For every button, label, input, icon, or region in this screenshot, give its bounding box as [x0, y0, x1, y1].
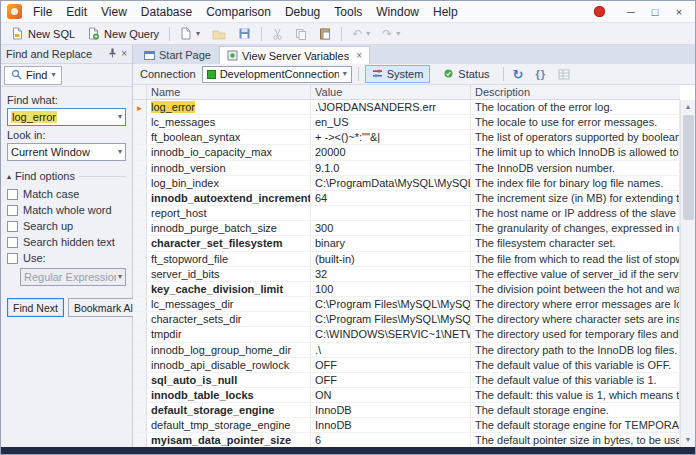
- checkbox[interactable]: [7, 221, 18, 232]
- find-option-match-whole-word[interactable]: Match whole word: [7, 202, 126, 218]
- table-row[interactable]: server_id_bits32The effective value of s…: [133, 267, 680, 282]
- refresh-button[interactable]: ↻: [510, 67, 527, 82]
- variable-value-cell[interactable]: + -><()~*:""&|: [311, 130, 471, 144]
- table-row[interactable]: innodb_api_disable_rowlockOFFThe default…: [133, 358, 680, 373]
- new-sql-button[interactable]: New SQL: [6, 25, 80, 42]
- table-row[interactable]: lc_messages_dirC:\Program Files\MySQL\My…: [133, 297, 680, 312]
- variable-value-cell[interactable]: .\JORDANSANDERS.err: [311, 100, 471, 114]
- find-option-use[interactable]: Use:: [7, 250, 126, 266]
- look-in-select[interactable]: Current Window ▾: [7, 143, 126, 161]
- new-document-dropdown-button[interactable]: ▾: [175, 25, 205, 42]
- panel-close-icon[interactable]: ×: [121, 49, 127, 59]
- find-options-header[interactable]: ▴ Find options: [7, 170, 126, 182]
- menu-help[interactable]: Help: [426, 2, 465, 22]
- tab-start-page[interactable]: Start Page: [137, 46, 218, 64]
- table-row[interactable]: default_storage_engineInnoDBThe default …: [133, 403, 680, 418]
- table-row[interactable]: default_tmp_storage_engineInnoDBThe defa…: [133, 418, 680, 433]
- menu-debug[interactable]: Debug: [278, 2, 327, 22]
- table-row[interactable]: ft_stopword_file(built-in)The file from …: [133, 252, 680, 267]
- tab-close-icon[interactable]: ×: [356, 50, 362, 61]
- tab-view-server-variables[interactable]: View Server Variables ×: [219, 46, 370, 64]
- table-row[interactable]: key_cache_division_limit100The division …: [133, 282, 680, 297]
- new-query-button[interactable]: New Query: [82, 25, 164, 42]
- find-option-search-hidden-text[interactable]: Search hidden text: [7, 234, 126, 250]
- table-row[interactable]: innodb_version9.1.0The InnoDB version nu…: [133, 161, 680, 176]
- variable-value-cell[interactable]: ON: [311, 388, 471, 402]
- table-row[interactable]: sql_auto_is_nullOFFThe default value of …: [133, 373, 680, 388]
- cut-button[interactable]: [267, 26, 288, 42]
- vertical-scrollbar[interactable]: ▲ ▼: [680, 100, 695, 447]
- table-row[interactable]: myisam_data_pointer_size6The default poi…: [133, 433, 680, 447]
- menu-view[interactable]: View: [94, 2, 134, 22]
- menu-tools[interactable]: Tools: [327, 2, 369, 22]
- maximize-button[interactable]: □: [643, 4, 667, 20]
- variable-value-cell[interactable]: 9.1.0: [311, 161, 471, 175]
- connection-select[interactable]: DevelopmentConnection ▾: [202, 66, 352, 83]
- table-row[interactable]: innodb_purge_batch_size300The granularit…: [133, 221, 680, 236]
- variable-value-cell[interactable]: en_US: [311, 115, 471, 129]
- variable-value-cell[interactable]: (built-in): [311, 252, 471, 266]
- scrollbar-thumb[interactable]: [683, 115, 694, 220]
- variable-value-cell[interactable]: [311, 206, 471, 220]
- column-header-name[interactable]: Name: [147, 85, 311, 99]
- minimize-button[interactable]: ─: [619, 4, 643, 20]
- variable-value-cell[interactable]: OFF: [311, 358, 471, 372]
- table-row[interactable]: ►log_error.\JORDANSANDERS.errThe locatio…: [133, 100, 680, 115]
- find-option-match-case[interactable]: Match case: [7, 186, 126, 202]
- chevron-down-icon[interactable]: ▾: [118, 113, 122, 121]
- checkbox[interactable]: [7, 205, 18, 216]
- close-button[interactable]: ×: [667, 4, 691, 20]
- pin-icon[interactable]: [108, 48, 117, 60]
- variable-value-cell[interactable]: C:\Program Files\MySQL\MySQL Server 9...: [311, 312, 471, 326]
- menu-file[interactable]: File: [26, 2, 59, 22]
- scroll-down-button[interactable]: ▼: [685, 433, 692, 447]
- column-header-description[interactable]: Description: [471, 85, 680, 99]
- menu-comparison[interactable]: Comparison: [199, 2, 278, 22]
- redo-button[interactable]: ↷ ▾: [377, 26, 405, 42]
- table-row[interactable]: character_set_filesystembinaryThe filesy…: [133, 236, 680, 251]
- table-row[interactable]: lc_messagesen_USThe locale to use for er…: [133, 115, 680, 130]
- variable-value-cell[interactable]: 100: [311, 282, 471, 296]
- column-header-value[interactable]: Value: [311, 85, 471, 99]
- find-mode-dropdown[interactable]: Find ▾: [4, 66, 62, 85]
- bookmark-all-button[interactable]: Bookmark All: [68, 298, 141, 317]
- table-row[interactable]: innodb_log_group_home_dir.\The directory…: [133, 343, 680, 358]
- variable-value-cell[interactable]: binary: [311, 236, 471, 250]
- find-option-search-up[interactable]: Search up: [7, 218, 126, 234]
- script-braces-button[interactable]: {}: [532, 67, 549, 81]
- variable-value-cell[interactable]: OFF: [311, 373, 471, 387]
- table-row[interactable]: tmpdirC:\WINDOWS\SERVIC~1\NETWOR~1\Ap...…: [133, 327, 680, 342]
- table-row[interactable]: innodb_table_locksONThe default: this va…: [133, 388, 680, 403]
- find-what-input[interactable]: log_error ▾: [7, 108, 126, 126]
- table-row[interactable]: report_hostThe host name or IP address o…: [133, 206, 680, 221]
- variable-value-cell[interactable]: InnoDB: [311, 403, 471, 417]
- checkbox[interactable]: [7, 189, 18, 200]
- open-file-button[interactable]: [207, 26, 231, 42]
- find-next-button[interactable]: Find Next: [7, 298, 64, 317]
- variable-value-cell[interactable]: C:\ProgramData\MySQL\MySQL Server 9...: [311, 176, 471, 190]
- table-row[interactable]: ft_boolean_syntax+ -><()~*:""&|The list …: [133, 130, 680, 145]
- variable-value-cell[interactable]: 300: [311, 221, 471, 235]
- variable-value-cell[interactable]: InnoDB: [311, 418, 471, 432]
- variable-value-cell[interactable]: 20000: [311, 145, 471, 159]
- table-row[interactable]: character_sets_dirC:\Program Files\MySQL…: [133, 312, 680, 327]
- export-grid-button[interactable]: [555, 68, 573, 81]
- menu-window[interactable]: Window: [369, 2, 426, 22]
- variable-value-cell[interactable]: C:\Program Files\MySQL\MySQL Server 9...: [311, 297, 471, 311]
- undo-button[interactable]: ↶ ▾: [347, 26, 375, 42]
- variable-value-cell[interactable]: 32: [311, 267, 471, 281]
- variable-value-cell[interactable]: 64: [311, 191, 471, 205]
- table-row[interactable]: innodb_autoextend_increment64The increme…: [133, 191, 680, 206]
- checkbox[interactable]: [7, 237, 18, 248]
- variable-value-cell[interactable]: 6: [311, 433, 471, 447]
- variable-value-cell[interactable]: C:\WINDOWS\SERVIC~1\NETWOR~1\Ap...: [311, 327, 471, 341]
- system-variables-toggle[interactable]: System: [365, 65, 431, 83]
- menu-edit[interactable]: Edit: [59, 2, 94, 22]
- menu-database[interactable]: Database: [134, 2, 199, 22]
- paste-button[interactable]: [314, 25, 336, 42]
- checkbox[interactable]: [7, 253, 18, 264]
- scroll-up-button[interactable]: ▲: [685, 100, 692, 114]
- table-row[interactable]: innodb_io_capacity_max20000The limit up …: [133, 145, 680, 160]
- status-variables-toggle[interactable]: Status: [436, 65, 496, 83]
- copy-button[interactable]: [290, 26, 312, 42]
